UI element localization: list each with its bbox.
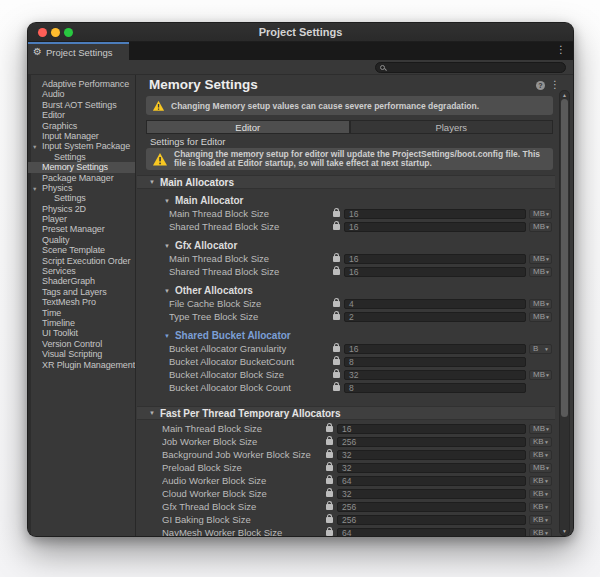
panel-menu-kebab-icon[interactable]: ⋮ <box>550 79 560 90</box>
subsection-header-main-allocator[interactable]: ▼ Main Allocator <box>136 194 555 207</box>
foldout-triangle-icon[interactable]: ▼ <box>164 333 170 339</box>
value-field[interactable]: 32 <box>337 489 526 499</box>
foldout-triangle-icon[interactable]: ▼ <box>149 179 155 185</box>
value-field[interactable]: 16 <box>344 254 526 264</box>
lock-icon[interactable] <box>333 372 340 378</box>
lock-icon[interactable] <box>333 211 340 217</box>
unit-dropdown[interactable]: KB ▼ <box>529 437 552 447</box>
tab-players[interactable]: Players <box>350 120 554 134</box>
section-header-fast-per-thread-temporary-allocators[interactable]: ▼ Fast Per Thread Temporary Allocators <box>137 406 555 420</box>
lock-icon[interactable] <box>326 426 333 432</box>
unit-dropdown[interactable]: MB ▼ <box>529 209 552 219</box>
lock-icon[interactable] <box>333 269 340 275</box>
unit-dropdown[interactable]: KB ▼ <box>529 528 552 538</box>
lock-icon[interactable] <box>333 256 340 262</box>
sidebar-item-quality[interactable]: ▼ Quality <box>28 235 135 245</box>
unit-dropdown[interactable]: MB ▼ <box>529 222 552 232</box>
unit-dropdown[interactable]: MB ▼ <box>529 312 552 322</box>
sidebar-item-burst-aot-settings[interactable]: ▼ Burst AOT Settings <box>28 100 135 110</box>
value-field[interactable]: 32 <box>337 450 526 460</box>
lock-icon[interactable] <box>326 530 333 536</box>
lock-icon[interactable] <box>326 504 333 510</box>
unit-dropdown[interactable]: MB ▼ <box>529 299 552 309</box>
help-icon[interactable]: ? <box>536 81 545 90</box>
sidebar-item-input-system-package[interactable]: ▼ Input System Package <box>28 141 135 151</box>
lock-icon[interactable] <box>326 439 333 445</box>
value-field[interactable]: 2 <box>344 312 526 322</box>
sidebar-item-version-control[interactable]: ▼ Version Control <box>28 339 135 349</box>
value-field[interactable]: 16 <box>344 222 526 232</box>
search-input[interactable] <box>385 63 565 72</box>
tab-menu-kebab-icon[interactable]: ⋮ <box>556 44 566 55</box>
sidebar-item-player[interactable]: ▼ Player <box>28 214 135 224</box>
sidebar-item-textmesh-pro[interactable]: ▼ TextMesh Pro <box>28 297 135 307</box>
sidebar-item-xr-plugin-management[interactable]: ▼ XR Plugin Management <box>28 360 135 370</box>
value-field[interactable]: 8 <box>344 357 526 367</box>
unit-dropdown[interactable]: B ▼ <box>529 344 552 354</box>
vertical-scrollbar[interactable]: ▲ ▼ <box>559 90 570 536</box>
lock-icon[interactable] <box>333 224 340 230</box>
value-field[interactable]: 32 <box>344 370 526 380</box>
value-field[interactable]: 16 <box>337 424 526 434</box>
unit-dropdown[interactable]: MB ▼ <box>529 267 552 277</box>
unit-dropdown[interactable]: KB ▼ <box>529 450 552 460</box>
sidebar-item-physics-2d[interactable]: ▼ Physics 2D <box>28 204 135 214</box>
lock-icon[interactable] <box>326 452 333 458</box>
tab-project-settings[interactable]: ⚙ Project Settings <box>28 42 129 60</box>
value-field[interactable]: 32 <box>337 463 526 473</box>
scrollbar-thumb[interactable] <box>561 99 568 417</box>
sidebar-item-scene-template[interactable]: ▼ Scene Template <box>28 245 135 255</box>
lock-icon[interactable] <box>333 346 340 352</box>
sidebar-item-audio[interactable]: ▼ Audio <box>28 89 135 99</box>
unit-dropdown[interactable]: KB ▼ <box>529 502 552 512</box>
sidebar-item-settings[interactable]: ▼ Settings <box>28 193 135 203</box>
search-box[interactable] <box>375 62 566 73</box>
sidebar-item-preset-manager[interactable]: ▼ Preset Manager <box>28 224 135 234</box>
minimize-window-button[interactable] <box>51 28 60 37</box>
value-field[interactable]: 16 <box>344 267 526 277</box>
lock-icon[interactable] <box>333 314 340 320</box>
foldout-triangle-icon[interactable]: ▼ <box>164 243 170 249</box>
lock-icon[interactable] <box>333 385 340 391</box>
close-window-button[interactable] <box>38 28 47 37</box>
sidebar-item-shadergraph[interactable]: ▼ ShaderGraph <box>28 276 135 286</box>
tab-editor[interactable]: Editor <box>146 120 350 134</box>
lock-icon[interactable] <box>326 517 333 523</box>
zoom-window-button[interactable] <box>64 28 73 37</box>
sidebar-item-settings[interactable]: ▼ Settings <box>28 152 135 162</box>
foldout-triangle-icon[interactable]: ▼ <box>164 288 170 294</box>
lock-icon[interactable] <box>333 301 340 307</box>
lock-icon[interactable] <box>326 491 333 497</box>
lock-icon[interactable] <box>333 359 340 365</box>
value-field[interactable]: 64 <box>337 528 526 538</box>
subsection-header-other-allocators[interactable]: ▼ Other Allocators <box>136 284 555 297</box>
value-field[interactable]: 16 <box>344 209 526 219</box>
sidebar-item-visual-scripting[interactable]: ▼ Visual Scripting <box>28 349 135 359</box>
value-field[interactable]: 16 <box>344 344 526 354</box>
unit-dropdown[interactable]: KB ▼ <box>529 476 552 486</box>
subsection-header-gfx-allocator[interactable]: ▼ Gfx Allocator <box>136 239 555 252</box>
unit-dropdown[interactable]: MB ▼ <box>529 463 552 473</box>
titlebar[interactable]: Project Settings <box>28 23 573 42</box>
unit-dropdown[interactable]: KB ▼ <box>529 515 552 525</box>
subsection-header-shared-bucket-allocator[interactable]: ▼ Shared Bucket Allocator <box>136 329 555 342</box>
sidebar-item-adaptive-performance[interactable]: ▼ Adaptive Performance <box>28 79 135 89</box>
sidebar-item-services[interactable]: ▼ Services <box>28 266 135 276</box>
foldout-triangle-icon[interactable]: ▼ <box>149 410 155 416</box>
unit-dropdown[interactable]: KB ▼ <box>529 489 552 499</box>
value-field[interactable]: 256 <box>337 502 526 512</box>
sidebar-item-memory-settings[interactable]: ▼ Memory Settings <box>28 162 135 172</box>
value-field[interactable]: 64 <box>337 476 526 486</box>
sidebar-item-input-manager[interactable]: ▼ Input Manager <box>28 131 135 141</box>
scroll-up-icon[interactable]: ▲ <box>560 92 569 98</box>
sidebar-item-editor[interactable]: ▼ Editor <box>28 110 135 120</box>
value-field[interactable]: 4 <box>344 299 526 309</box>
foldout-triangle-icon[interactable]: ▼ <box>164 198 170 204</box>
sidebar-item-script-execution-order[interactable]: ▼ Script Execution Order <box>28 256 135 266</box>
scroll-down-icon[interactable]: ▼ <box>560 528 569 534</box>
lock-icon[interactable] <box>326 478 333 484</box>
sidebar-item-physics[interactable]: ▼ Physics <box>28 183 135 193</box>
unit-dropdown[interactable]: MB ▼ <box>529 424 552 434</box>
value-field[interactable]: 256 <box>337 515 526 525</box>
unit-dropdown[interactable]: MB ▼ <box>529 370 552 380</box>
